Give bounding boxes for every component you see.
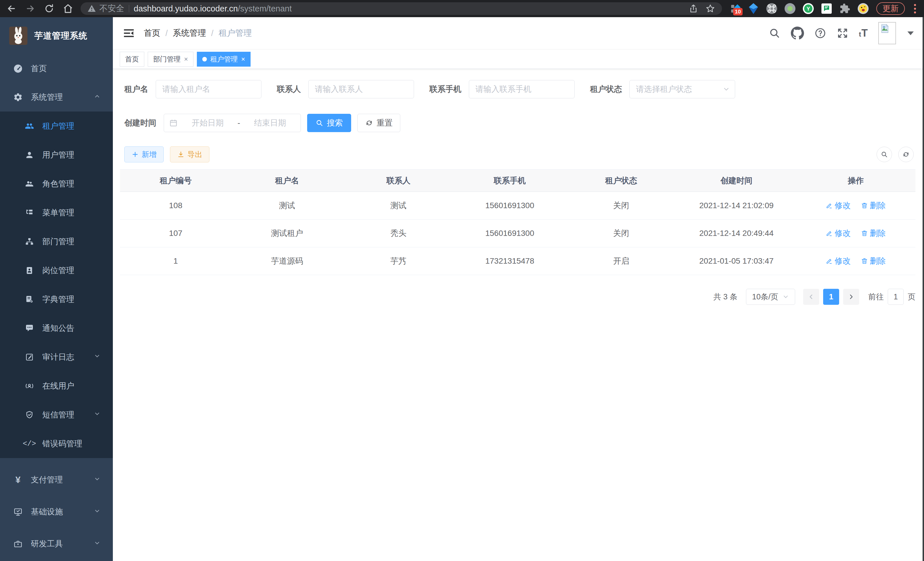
breadcrumb-current: 租户管理 bbox=[219, 27, 252, 39]
delete-button[interactable]: 删除 bbox=[861, 256, 886, 266]
sidebar-item-users[interactable]: 用户管理 bbox=[0, 140, 113, 169]
home-icon[interactable] bbox=[63, 3, 73, 14]
delete-button[interactable]: 删除 bbox=[861, 200, 886, 211]
search-button[interactable]: 搜索 bbox=[307, 114, 351, 132]
tenant-name-input[interactable] bbox=[156, 80, 261, 98]
sidebar-item-tenant[interactable]: 租户管理 bbox=[0, 111, 113, 140]
sidebar-item-dev-tools[interactable]: 研发工具 bbox=[0, 528, 113, 560]
tab-tenant[interactable]: 租户管理 × bbox=[197, 52, 250, 67]
back-icon[interactable] bbox=[6, 3, 16, 14]
address-bar[interactable]: 不安全 dashboard.yudao.iocoder.cn/system/te… bbox=[81, 2, 722, 15]
tab-departments[interactable]: 部门管理 × bbox=[148, 52, 194, 67]
sidebar-item-sms[interactable]: 短信管理 bbox=[0, 400, 113, 429]
edit-button[interactable]: 修改 bbox=[826, 256, 850, 266]
roles-icon bbox=[24, 179, 35, 188]
search-icon[interactable] bbox=[769, 27, 781, 39]
sidebar-collapse-icon[interactable] bbox=[123, 27, 135, 39]
browser-menu-icon[interactable] bbox=[912, 4, 918, 14]
share-icon[interactable] bbox=[689, 4, 698, 13]
page-content: 租户名 联系人 联系手机 租户状态 bbox=[113, 69, 924, 305]
plus-icon bbox=[131, 151, 139, 158]
breadcrumb-system[interactable]: 系统管理 bbox=[173, 27, 206, 39]
url-host[interactable]: dashboard.yudao.iocoder.cn bbox=[134, 4, 238, 14]
active-tab-dot bbox=[202, 57, 207, 62]
mobile-input[interactable] bbox=[469, 80, 574, 98]
sidebar-item-posts[interactable]: 岗位管理 bbox=[0, 256, 113, 285]
extension-grid-icon[interactable]: 10 bbox=[729, 3, 741, 14]
sidebar-item-system[interactable]: 系统管理 bbox=[0, 83, 113, 111]
breadcrumb: 首页 / 系统管理 / 租户管理 bbox=[144, 27, 252, 39]
sidebar-item-label: 用户管理 bbox=[42, 150, 74, 160]
browser-update-button[interactable]: 更新 bbox=[876, 2, 905, 15]
sidebar-item-label: 部门管理 bbox=[42, 236, 74, 247]
sidebar-item-menus[interactable]: 菜单管理 bbox=[0, 198, 113, 227]
reload-icon[interactable] bbox=[44, 3, 54, 14]
sidebar-item-payment[interactable]: ¥ 支付管理 bbox=[0, 464, 113, 496]
page-size-select[interactable]: 10条/页 bbox=[746, 289, 795, 305]
close-icon[interactable]: × bbox=[184, 55, 188, 63]
user-icon bbox=[24, 150, 35, 159]
chevron-down-icon bbox=[93, 539, 101, 549]
sidebar-item-label: 支付管理 bbox=[31, 474, 63, 485]
next-page-button[interactable] bbox=[843, 289, 859, 305]
reset-label: 重置 bbox=[376, 117, 393, 128]
extension-y-icon[interactable]: Y bbox=[802, 3, 814, 14]
page-number-1[interactable]: 1 bbox=[823, 289, 839, 305]
sidebar-item-error-codes[interactable]: </> 错误码管理 bbox=[0, 429, 113, 458]
sidebar-item-dict[interactable]: 字典管理 bbox=[0, 285, 113, 314]
font-size-icon[interactable]: tT bbox=[859, 27, 868, 39]
sidebar-item-audit-log[interactable]: 审计日志 bbox=[0, 343, 113, 371]
sidebar-item-notice[interactable]: 通知公告 bbox=[0, 314, 113, 343]
contact-input[interactable] bbox=[308, 80, 414, 98]
url-path[interactable]: /system/tenant bbox=[238, 4, 292, 14]
sidebar-item-label: 岗位管理 bbox=[42, 265, 74, 276]
sidebar-item-online-users[interactable]: 在线用户 bbox=[0, 371, 113, 400]
extension-green-dot-icon[interactable] bbox=[784, 3, 796, 14]
add-button[interactable]: 新增 bbox=[124, 146, 164, 162]
prev-page-button[interactable] bbox=[803, 289, 819, 305]
edit-button[interactable]: 修改 bbox=[826, 228, 850, 239]
breadcrumb-home[interactable]: 首页 bbox=[144, 27, 160, 39]
extension-chat-icon[interactable] bbox=[821, 3, 832, 14]
sidebar-item-home[interactable]: 首页 bbox=[0, 54, 113, 83]
reset-button[interactable]: 重置 bbox=[357, 114, 400, 132]
extension-emoji-icon[interactable] bbox=[857, 3, 869, 14]
contact-label: 联系人 bbox=[277, 84, 301, 95]
extension-puzzle-icon[interactable] bbox=[839, 3, 850, 14]
col-mobile: 联系手机 bbox=[454, 170, 566, 192]
date-range-picker[interactable]: 开始日期 - 结束日期 bbox=[164, 114, 301, 132]
refresh-table-button[interactable] bbox=[898, 147, 914, 162]
close-icon[interactable]: × bbox=[241, 55, 245, 63]
sidebar-item-infrastructure[interactable]: 基础设施 bbox=[0, 496, 113, 528]
tenants-icon bbox=[24, 122, 35, 131]
trash-icon bbox=[861, 230, 868, 237]
tab-home[interactable]: 首页 bbox=[120, 52, 144, 67]
bookmark-star-icon[interactable] bbox=[705, 4, 715, 14]
sidebar-item-roles[interactable]: 角色管理 bbox=[0, 169, 113, 198]
sidebar-item-label: 短信管理 bbox=[42, 409, 74, 420]
avatar[interactable] bbox=[878, 22, 896, 44]
table-header-row: 租户编号 租户名 联系人 联系手机 租户状态 创建时间 操作 bbox=[120, 170, 915, 192]
avatar-dropdown-icon[interactable] bbox=[908, 32, 914, 35]
extension-kite-icon[interactable] bbox=[748, 3, 759, 14]
fullscreen-icon[interactable] bbox=[837, 27, 849, 39]
app-logo-row[interactable]: 芋道管理系统 bbox=[0, 17, 113, 54]
export-button[interactable]: 导出 bbox=[170, 146, 209, 162]
help-icon[interactable] bbox=[814, 27, 826, 39]
sidebar-item-departments[interactable]: 部门管理 bbox=[0, 227, 113, 256]
toggle-search-button[interactable] bbox=[877, 147, 892, 162]
insecure-warning-icon[interactable] bbox=[87, 4, 96, 13]
edit-button[interactable]: 修改 bbox=[826, 200, 850, 211]
status-select[interactable] bbox=[629, 80, 735, 98]
github-icon[interactable] bbox=[791, 27, 804, 40]
goto-label: 前往 bbox=[868, 292, 884, 302]
delete-button[interactable]: 删除 bbox=[861, 228, 886, 239]
forward-icon[interactable] bbox=[25, 3, 35, 14]
delete-label: 删除 bbox=[870, 200, 886, 211]
extension-command-icon[interactable] bbox=[766, 3, 777, 14]
goto-page-input[interactable] bbox=[888, 289, 904, 305]
security-label[interactable]: 不安全 bbox=[99, 3, 124, 14]
mobile-label: 联系手机 bbox=[429, 84, 461, 95]
sidebar-item-label: 审计日志 bbox=[42, 352, 74, 362]
tenant-name-label: 租户名 bbox=[124, 84, 148, 95]
